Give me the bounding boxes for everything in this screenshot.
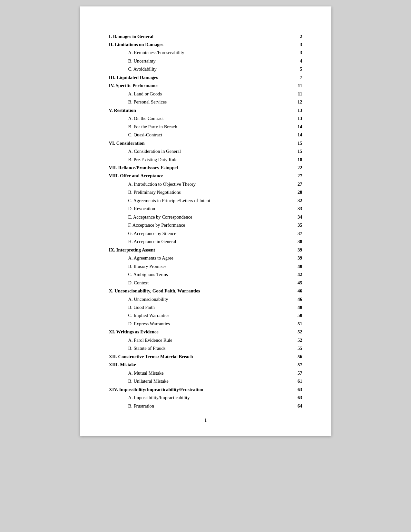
toc-page-number: 57 [289,369,302,377]
toc-row: A. Mutual Mistake57 [109,369,302,377]
toc-row: A. Impossibility/Impracticability63 [109,394,302,402]
toc-label: A. Land or Goods [109,90,289,98]
toc-row: C. Quasi-Contract14 [109,131,302,139]
toc-row: C. Avoidability5 [109,65,302,73]
toc-row: XIII. Mistake57 [109,361,302,369]
toc-row: B. Uncertainty4 [109,57,302,65]
toc-label: B. Pre-Existing Duty Rule [109,155,289,163]
toc-label: D. Revocation [109,205,289,213]
toc-row: C. Ambiguous Terms42 [109,271,302,279]
toc-page-number: 27 [289,172,302,180]
toc-label: IV. Specific Performance [109,82,289,90]
toc-row: B. Preliminary Negotiations28 [109,188,302,196]
toc-label: XIV. Impossibility/Impracticability/Frus… [109,385,289,393]
toc-row: A. Unconscionability46 [109,295,302,303]
toc-label: F. Acceptance by Performance [109,221,289,229]
toc-page-number: 13 [289,106,302,114]
toc-row: VIII. Offer and Acceptance27 [109,172,302,180]
toc-page-number: 34 [289,213,302,221]
toc-label: G. Acceptance by Silence [109,229,289,237]
toc-row: V. Restitution13 [109,106,302,114]
toc-page-number: 3 [289,40,302,48]
toc-page-number: 39 [289,246,302,254]
toc-row: C. Agreements in Principle/Letters of In… [109,196,302,204]
page-footer: 1 [80,418,331,423]
toc-label: E. Acceptance by Correspondence [109,213,289,221]
toc-row: II. Limitations on Damages3 [109,40,302,48]
toc-label: D. Context [109,279,289,287]
toc-page-number: 42 [289,271,302,279]
toc-label: C. Avoidability [109,65,289,73]
toc-page-number: 7 [289,73,302,81]
toc-row: H. Acceptance in General38 [109,238,302,246]
toc-page-number: 11 [289,90,302,98]
toc-page-number: 56 [289,352,302,360]
page-number: 1 [204,418,207,423]
toc-page-number: 52 [289,328,302,336]
toc-page-number: 64 [289,402,302,410]
toc-page-number: 2 [289,32,302,40]
toc-row: A. Land or Goods11 [109,90,302,98]
toc-page-number: 63 [289,385,302,393]
toc-page-number: 32 [289,196,302,204]
toc-page-number: 55 [289,344,302,352]
toc-label: C. Ambiguous Terms [109,271,289,279]
toc-page-number: 3 [289,49,302,57]
toc-row: III. Liquidated Damages7 [109,73,302,81]
toc-label: A. On the Contract [109,114,289,123]
toc-page-number: 57 [289,361,302,369]
toc-label: A. Mutual Mistake [109,369,289,377]
toc-row: IX. Interpreting Assent39 [109,246,302,254]
toc-label: IX. Interpreting Assent [109,246,289,254]
toc-row: B. Statute of Frauds55 [109,344,302,352]
toc-label: VIII. Offer and Acceptance [109,172,289,180]
toc-label: VI. Consideration [109,139,289,147]
toc-label: A. Agreements to Agree [109,254,289,262]
toc-row: D. Express Warranties51 [109,320,302,328]
toc-page-number: 28 [289,188,302,196]
toc-row: D. Revocation33 [109,205,302,213]
toc-label: B. Statute of Frauds [109,344,289,352]
toc-page-number: 35 [289,221,302,229]
toc-label: B. Preliminary Negotiations [109,188,289,196]
toc-page-number: 22 [289,164,302,172]
toc-label: B. For the Party in Breach [109,123,289,131]
toc-label: A. Parol Evidence Rule [109,336,289,344]
toc-page-number: 12 [289,98,302,106]
toc-page-number: 39 [289,254,302,262]
toc-row: D. Context45 [109,279,302,287]
toc-page-number: 5 [289,65,302,73]
toc-row: A. Remoteness/Foreseeability3 [109,49,302,57]
toc-row: A. Parol Evidence Rule52 [109,336,302,344]
toc-label: I. Damages in General [109,32,289,40]
toc-label: C. Implied Warranties [109,311,289,320]
toc-page-number: 37 [289,229,302,237]
toc-row: A. Introduction to Objective Theory27 [109,180,302,188]
toc-label: B. Good Faith [109,303,289,311]
toc-page-number: 46 [289,287,302,295]
toc-label: III. Liquidated Damages [109,73,289,81]
toc-page-number: 18 [289,155,302,163]
toc-row: IV. Specific Performance11 [109,82,302,90]
toc-row: I. Damages in General2 [109,32,302,40]
toc-row: B. Good Faith48 [109,303,302,311]
toc-label: X. Unconscionability, Good Faith, Warran… [109,287,289,295]
toc-label: B. Unilateral Mistake [109,377,289,385]
toc-row: E. Acceptance by Correspondence34 [109,213,302,221]
toc-page-number: 45 [289,279,302,287]
toc-label: B. Personal Services [109,98,289,106]
toc-label: A. Impossibility/Impracticability [109,394,289,402]
toc-row: A. Consideration in General15 [109,147,302,155]
page: I. Damages in General2II. Limitations on… [80,6,331,436]
toc-page-number: 48 [289,303,302,311]
toc-row: XI. Writings as Evidence52 [109,328,302,336]
toc-label: C. Quasi-Contract [109,131,289,139]
toc-label: C. Agreements in Principle/Letters of In… [109,196,289,204]
toc-page-number: 63 [289,394,302,402]
toc-page-number: 52 [289,336,302,344]
toc-page-number: 15 [289,147,302,155]
toc-row: B. Illusory Promises40 [109,262,302,270]
toc-label: B. Illusory Promises [109,262,289,270]
toc-label: B. Frustration [109,402,289,410]
toc-row: XII. Constructive Terms: Material Breach… [109,352,302,360]
